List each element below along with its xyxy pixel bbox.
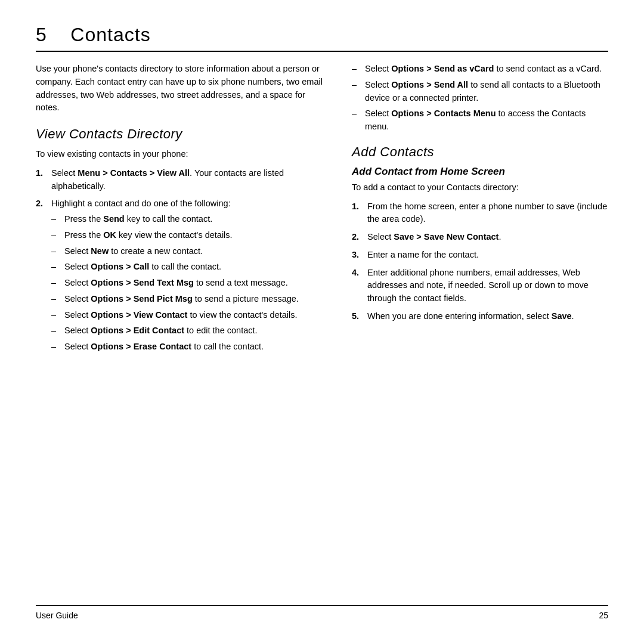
add-step-3-num: 3. <box>352 249 363 262</box>
bullet-options-call: – Select Options > Call to call the cont… <box>51 261 328 274</box>
continued-bullet-list: – Select Options > Send as vCard to send… <box>352 63 608 134</box>
step-1-num: 1. <box>36 167 47 193</box>
intro-text: Use your phone's contacts directory to s… <box>36 63 328 114</box>
bullet-options-sendpict: – Select Options > Send Pict Msg to send… <box>51 293 328 306</box>
page: 5 Contacts Use your phone's contacts dir… <box>0 0 644 644</box>
bullet-options-editcontact: – Select Options > Edit Contact to edit … <box>51 324 328 338</box>
add-step-1-content: From the home screen, enter a phone numb… <box>367 200 608 227</box>
add-step-4: 4. Enter additional phone numbers, email… <box>352 267 608 305</box>
add-step-2-content: Select Save > Save New Contact. <box>367 231 608 244</box>
add-step-1: 1. From the home screen, enter a phone n… <box>352 200 608 227</box>
add-contact-intro: To add a contact to your Contacts direct… <box>352 181 608 194</box>
view-contacts-intro: To view existing contacts in your phone: <box>36 148 328 161</box>
add-contacts-title: Add Contacts <box>352 144 608 160</box>
bullet-options-viewcontact: – Select Options > View Contact to view … <box>51 309 328 322</box>
add-step-2: 2. Select Save > Save New Contact. <box>352 231 608 244</box>
steps-list: 1. Select Menu > Contacts > View All. Yo… <box>36 167 328 357</box>
page-header: 5 Contacts <box>36 24 608 52</box>
add-step-5-content: When you are done entering information, … <box>367 310 608 323</box>
add-contact-home-subtitle: Add Contact from Home Screen <box>352 166 608 178</box>
footer-right: 25 <box>599 611 608 620</box>
bullet-options-sendvcard: – Select Options > Send as vCard to send… <box>352 63 608 76</box>
add-step-3: 3. Enter a name for the contact. <box>352 249 608 262</box>
page-footer: User Guide 25 <box>36 605 608 620</box>
bullet-send: – Press the Send key to call the contact… <box>51 213 328 226</box>
step-2-content: Highlight a contact and do one of the fo… <box>51 197 328 357</box>
right-column: – Select Options > Send as vCard to send… <box>352 63 608 599</box>
footer-left: User Guide <box>36 611 78 620</box>
add-step-4-num: 4. <box>352 267 363 305</box>
bullet-new: – Select New to create a new contact. <box>51 245 328 258</box>
add-step-2-num: 2. <box>352 231 363 244</box>
bullet-options-sendtext: – Select Options > Send Text Msg to send… <box>51 277 328 290</box>
chapter-title: 5 Contacts <box>36 24 608 46</box>
step-1: 1. Select Menu > Contacts > View All. Yo… <box>36 167 328 193</box>
left-column: Use your phone's contacts directory to s… <box>36 63 328 599</box>
add-step-5-num: 5. <box>352 310 363 323</box>
bullet-ok: – Press the OK key view the contact's de… <box>51 229 328 242</box>
step-1-content: Select Menu > Contacts > View All. Your … <box>51 167 328 193</box>
add-contacts-section: Add Contacts Add Contact from Home Scree… <box>352 144 608 323</box>
add-step-1-num: 1. <box>352 200 363 227</box>
step-2: 2. Highlight a contact and do one of the… <box>36 197 328 357</box>
add-step-5: 5. When you are done entering informatio… <box>352 310 608 323</box>
chapter-number: 5 <box>36 24 47 45</box>
content-columns: Use your phone's contacts directory to s… <box>36 63 608 599</box>
add-contact-steps: 1. From the home screen, enter a phone n… <box>352 200 608 323</box>
view-contacts-title: View Contacts Directory <box>36 126 328 142</box>
bullet-options-sendall: – Select Options > Send All to send all … <box>352 79 608 105</box>
bullet-list: – Press the Send key to call the contact… <box>51 213 328 354</box>
step-2-num: 2. <box>36 197 47 357</box>
chapter-name: Contacts <box>70 24 150 45</box>
add-step-4-content: Enter additional phone numbers, email ad… <box>367 267 608 305</box>
add-step-3-content: Enter a name for the contact. <box>367 249 608 262</box>
bullet-options-contactsmenu: – Select Options > Contacts Menu to acce… <box>352 107 608 134</box>
bullet-options-erasecontact: – Select Options > Erase Contact to call… <box>51 340 328 354</box>
